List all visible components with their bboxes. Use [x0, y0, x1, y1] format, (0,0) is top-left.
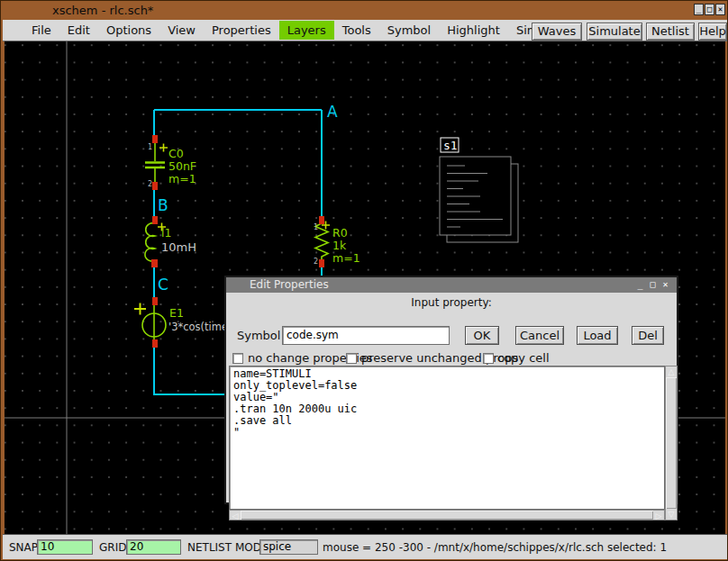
properties-textarea[interactable]: name=STIMULI only_toplevel=false value="… [229, 366, 665, 510]
pin [319, 259, 324, 267]
vertical-scrollbar[interactable]: △ ▽ [665, 366, 678, 520]
dialog-body: Input property: Symbol code.sym OK Cance… [226, 293, 677, 502]
edit-properties-dialog: Edit Properties _ □ ✕ Input property: Sy… [224, 276, 678, 504]
maximize-icon[interactable]: □ [705, 4, 714, 15]
menu-view[interactable]: View [159, 21, 204, 40]
pin [152, 339, 158, 348]
component-resistor[interactable]: 1 2 R0 1k m=1 [314, 216, 360, 267]
horizontal-scrollbar[interactable]: ◁ ▷ [229, 510, 665, 520]
ok-button[interactable]: OK [465, 326, 499, 345]
pin [152, 135, 158, 143]
xschem-window: xschem - rlc.sch* _ □ ✕ File Edit Option… [0, 0, 728, 561]
menu-options[interactable]: Options [98, 21, 159, 40]
netlist-button[interactable]: Netlist [646, 23, 695, 41]
pin [152, 182, 158, 190]
no-change-properties-checkbox[interactable] [232, 353, 243, 364]
del-button[interactable]: Del [632, 326, 664, 345]
netlist-mode-input[interactable]: spice [259, 539, 318, 555]
inductor-name: l1 [161, 226, 171, 240]
wire-source-bottom[interactable] [154, 347, 226, 394]
simulate-button[interactable]: Simulate [587, 23, 642, 41]
window-titlebar[interactable]: xschem - rlc.sch* _ □ ✕ [1, 1, 727, 20]
waves-button[interactable]: Waves [532, 23, 582, 41]
horizontal-scroll-thumb[interactable] [241, 511, 653, 520]
preserve-unchanged-props-label: preserve unchanged props [361, 351, 518, 365]
pin [151, 259, 158, 267]
help-button[interactable]: Help [698, 23, 727, 41]
window-title: xschem - rlc.sch* [52, 4, 153, 17]
capacitor-name: C0 [168, 147, 184, 160]
pin-number: 2 [148, 180, 152, 188]
capacitor-mult: m=1 [168, 172, 196, 185]
menu-layers[interactable]: Layers [279, 21, 334, 40]
vertical-scroll-thumb[interactable] [666, 377, 677, 509]
preserve-unchanged-props-checkbox[interactable] [346, 353, 357, 364]
mouse-status-text: mouse = 250 -300 - /mnt/x/home/schippes/… [323, 541, 667, 554]
menu-edit[interactable]: Edit [59, 21, 98, 40]
copy-cell-checkbox[interactable] [483, 353, 494, 364]
component-code-block[interactable]: s1 [440, 138, 518, 242]
net-label-a[interactable]: A [327, 103, 338, 121]
copy-cell-label: copy cell [497, 351, 550, 365]
capacitor-value: 50nF [168, 159, 196, 173]
scroll-left-icon[interactable]: ◁ [230, 511, 241, 521]
input-property-label: Input property: [226, 296, 677, 309]
symbol-label: Symbol [237, 329, 280, 342]
menu-tools[interactable]: Tools [334, 21, 379, 40]
menu-file[interactable]: File [23, 21, 59, 40]
pin-number: 1 [148, 143, 152, 151]
scroll-up-icon[interactable]: △ [666, 366, 677, 377]
plus-icon [159, 144, 168, 152]
inductor-value: 10mH [161, 240, 196, 254]
net-label-c[interactable]: C [158, 276, 168, 294]
resistor-mult: m=1 [332, 251, 360, 265]
menu-properties[interactable]: Properties [204, 21, 279, 40]
net-label-b[interactable]: B [158, 196, 168, 214]
pin [319, 216, 324, 224]
plus-icon [134, 303, 146, 315]
scroll-right-icon[interactable]: ▷ [653, 511, 664, 521]
dialog-maximize-icon[interactable]: □ [648, 279, 658, 290]
code-block-name: s1 [443, 139, 458, 152]
grid-input[interactable]: 20 [126, 539, 181, 555]
resistor-value: 1k [332, 239, 347, 252]
scroll-down-icon[interactable]: ▽ [666, 509, 677, 520]
close-icon[interactable]: ✕ [715, 4, 725, 15]
resistor-name: R0 [332, 226, 348, 240]
pin [152, 297, 158, 305]
pin-number: 2 [314, 258, 318, 266]
dialog-minimize-icon[interactable]: _ [635, 279, 645, 290]
load-button[interactable]: Load [577, 326, 618, 345]
component-capacitor[interactable]: 1 2 C0 50nF m=1 [145, 135, 196, 190]
menu-highlight[interactable]: Highlight [439, 21, 508, 40]
snap-input[interactable]: 10 [37, 539, 93, 555]
source-name: E1 [169, 306, 184, 320]
minimize-icon[interactable]: _ [694, 4, 704, 15]
menu-symbol[interactable]: Symbol [379, 21, 439, 40]
pin [152, 216, 158, 224]
pin-number: 1 [314, 223, 318, 231]
symbol-input[interactable]: code.sym [282, 326, 450, 345]
dialog-title: Edit Properties [250, 278, 329, 291]
component-inductor[interactable]: l1 10mH [145, 216, 196, 267]
dialog-titlebar[interactable]: Edit Properties _ □ ✕ [226, 277, 677, 293]
dialog-close-icon[interactable]: ✕ [660, 279, 670, 290]
statusbar: SNAP: 10 GRID: 20 NETLIST MODE: spice mo… [3, 534, 727, 559]
cancel-button[interactable]: Cancel [515, 326, 564, 345]
